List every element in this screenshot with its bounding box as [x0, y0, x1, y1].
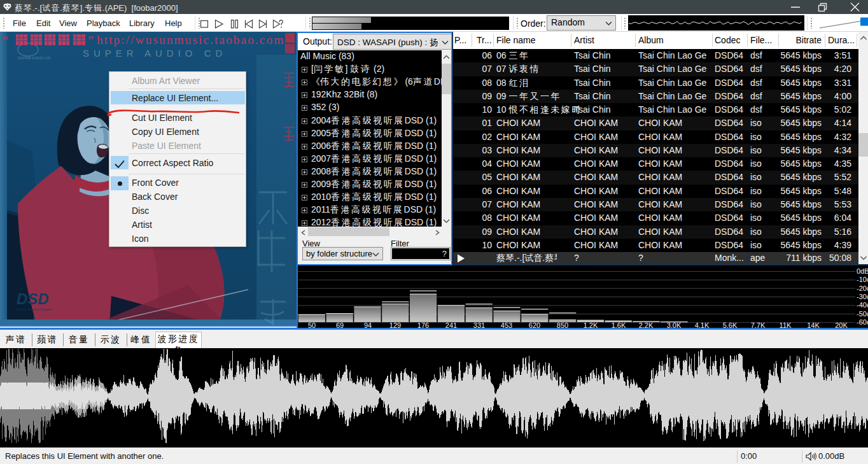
- svg-text:“: “: [3, 34, 8, 48]
- svg-text:0dB: 0dB: [857, 267, 868, 275]
- svg-text:http://wusunmusic.taobao.com: http://wusunmusic.taobao.com: [97, 33, 284, 46]
- svg-text:-10dB: -10dB: [857, 276, 868, 283]
- svg-text:-60dB: -60dB: [857, 318, 868, 326]
- svg-text:Direct Stream Digital: Direct Stream Digital: [17, 307, 52, 311]
- svg-text:-30dB: -30dB: [857, 293, 868, 300]
- svg-text:-40dB: -40dB: [857, 301, 868, 309]
- svg-text:-20dB: -20dB: [857, 285, 868, 292]
- svg-text:”: ”: [88, 34, 94, 48]
- svg-text:DSD: DSD: [17, 290, 49, 307]
- svg-text:SUPER AUDIO CD: SUPER AUDIO CD: [83, 48, 227, 59]
- svg-text:SUPER AUDIO CD: SUPER AUDIO CD: [18, 56, 51, 60]
- svg-text:-50dB: -50dB: [857, 310, 868, 318]
